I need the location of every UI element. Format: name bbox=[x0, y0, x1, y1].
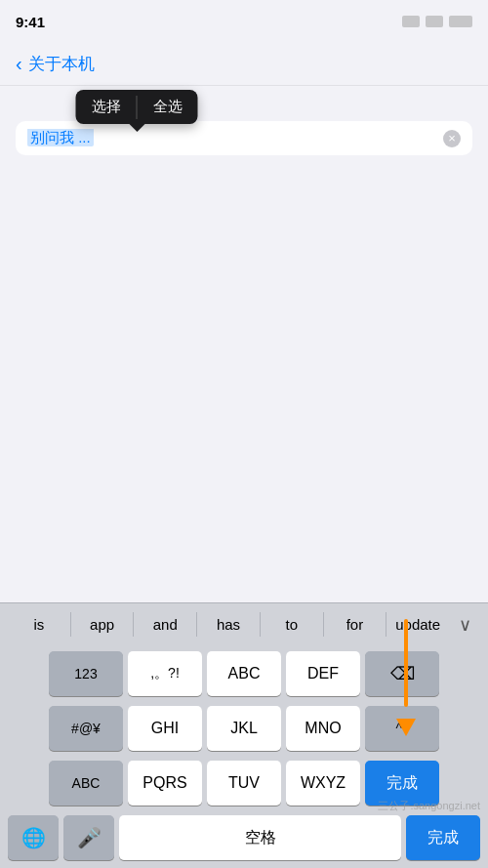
key-symbol[interactable]: #@¥ bbox=[49, 706, 123, 751]
keyboard-row-4: 🌐 🎤 空格 完成 bbox=[4, 815, 484, 860]
status-time: 9:41 bbox=[16, 14, 45, 30]
key-GHI[interactable]: GHI bbox=[128, 706, 202, 751]
nav-bar: ‹ 关于本机 bbox=[0, 43, 488, 86]
key-JKL[interactable]: JKL bbox=[207, 706, 281, 751]
collapse-button[interactable]: ∨ bbox=[449, 609, 480, 641]
predictive-bar: is app and has to for update ∨ bbox=[0, 602, 488, 645]
predictive-word-update[interactable]: update bbox=[386, 612, 449, 637]
keyboard: is app and has to for update ∨ 123 ,。?! … bbox=[0, 602, 488, 868]
context-menu: 选择 全选 bbox=[76, 90, 198, 124]
back-button[interactable]: ‹ 关于本机 bbox=[16, 53, 95, 75]
wifi-icon bbox=[426, 16, 443, 27]
key-abc-switch[interactable]: ABC bbox=[49, 761, 123, 806]
key-done-bottom[interactable]: 完成 bbox=[406, 815, 480, 860]
signal-icon bbox=[402, 16, 420, 27]
content-area bbox=[0, 165, 488, 477]
key-globe[interactable]: 🌐 bbox=[8, 815, 59, 860]
key-ABC[interactable]: ABC bbox=[207, 651, 281, 696]
predictive-word-app[interactable]: app bbox=[71, 612, 135, 637]
key-punct[interactable]: ,。?! bbox=[128, 651, 202, 696]
predictive-word-to[interactable]: to bbox=[261, 612, 324, 637]
select-all-button[interactable]: 全选 bbox=[138, 90, 198, 124]
watermark: 三公子.sangongzi.net bbox=[378, 799, 480, 813]
menu-arrow bbox=[129, 124, 144, 132]
key-hat[interactable]: ^^ bbox=[365, 706, 439, 751]
search-input-wrapper: 别问我 ... bbox=[16, 121, 472, 155]
battery-icon bbox=[449, 16, 472, 27]
select-button[interactable]: 选择 bbox=[76, 90, 137, 124]
predictive-word-has[interactable]: has bbox=[197, 612, 261, 637]
key-123[interactable]: 123 bbox=[49, 651, 123, 696]
status-icons bbox=[402, 16, 472, 27]
key-TUV[interactable]: TUV bbox=[207, 761, 281, 806]
key-space[interactable]: 空格 bbox=[119, 815, 401, 860]
back-chevron-icon: ‹ bbox=[16, 53, 22, 75]
keyboard-keys: 123 ,。?! ABC DEF ⌫ #@¥ GHI JKL MNO ^^ AB… bbox=[0, 645, 488, 868]
predictive-word-and[interactable]: and bbox=[134, 612, 197, 637]
predictive-word-is[interactable]: is bbox=[8, 612, 71, 637]
selected-text: 别问我 ... bbox=[27, 129, 94, 146]
predictive-words: is app and has to for update bbox=[8, 612, 449, 637]
search-area: 选择 全选 别问我 ... bbox=[0, 86, 488, 165]
keyboard-row-1: 123 ,。?! ABC DEF ⌫ bbox=[4, 651, 484, 696]
key-PQRS[interactable]: PQRS bbox=[128, 761, 202, 806]
status-bar: 9:41 bbox=[0, 0, 488, 43]
key-WXYZ[interactable]: WXYZ bbox=[286, 761, 360, 806]
back-label: 关于本机 bbox=[28, 53, 95, 75]
key-DEF[interactable]: DEF bbox=[286, 651, 360, 696]
clear-button[interactable] bbox=[443, 130, 461, 147]
keyboard-row-2: #@¥ GHI JKL MNO ^^ bbox=[4, 706, 484, 751]
key-mic[interactable]: 🎤 bbox=[63, 815, 114, 860]
search-input[interactable]: 别问我 ... bbox=[27, 129, 435, 147]
key-backspace[interactable]: ⌫ bbox=[365, 651, 439, 696]
key-MNO[interactable]: MNO bbox=[286, 706, 360, 751]
predictive-word-for[interactable]: for bbox=[324, 612, 387, 637]
